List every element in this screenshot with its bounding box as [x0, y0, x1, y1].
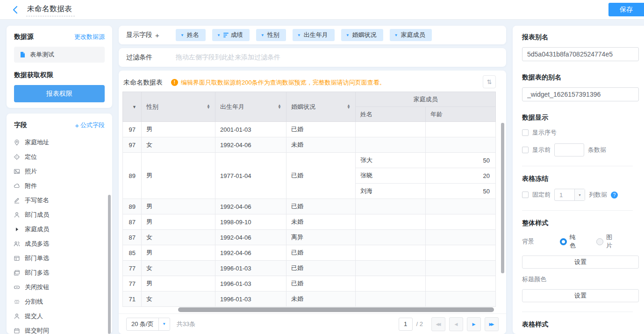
field-item-geolocation[interactable]: 定位 [7, 149, 112, 164]
divider [522, 210, 633, 211]
field-item-member-multi[interactable]: 成员多选 [7, 236, 112, 251]
table-row: 89男 1992-04-06已婚 [123, 199, 496, 214]
chip-birth[interactable]: ▼ 出生年月 [293, 29, 335, 41]
bg-solid-radio[interactable] [560, 238, 567, 245]
freeze-suffix: 列数据 [589, 191, 607, 199]
field-item-divider[interactable]: 分割线 [7, 294, 112, 309]
chip-marital[interactable]: ▼ 婚姻状况 [341, 29, 383, 41]
preview-notice: ! 编辑界面只取数据源前200条作为查询数据预览，完整数据请访问页面查看。 [171, 78, 386, 87]
chevron-down-icon[interactable]: ▼ [217, 33, 221, 37]
column-caret-icon[interactable]: ▼ [128, 105, 136, 109]
field-item-submit-time[interactable]: 提交时间 [7, 323, 112, 334]
datasource-item[interactable]: 表单测试 [14, 47, 105, 63]
table-row: 87男 1998-09-10未婚 [123, 214, 496, 230]
family-age-header: 年龄 [426, 107, 496, 122]
prev-page-button[interactable]: ◀ [449, 317, 463, 331]
freeze-title: 表格冻结 [522, 175, 633, 183]
freeze-count-select[interactable]: 1 ▼ [554, 189, 585, 201]
field-list: 家庭地址 定位 照片 附件 手写签名 [7, 135, 112, 334]
chip-family[interactable]: ▼ 家庭成员 [390, 29, 432, 41]
next-page-button[interactable]: ▶ [467, 317, 481, 331]
expander-icon [13, 226, 21, 233]
data-table: ▼ 性别 ▲▼ 出生年月 ▲▼ 婚姻状况 ▲▼ [122, 92, 496, 307]
background-setting-button[interactable]: 设置 [522, 256, 639, 269]
show-index-label: 显示序号 [532, 128, 557, 137]
report-permission-button[interactable]: 报表权限 [14, 85, 105, 102]
first-page-button[interactable]: ◀◀ [431, 317, 445, 331]
table-alias-input[interactable] [522, 87, 639, 101]
page-number-input[interactable]: 1 [399, 318, 413, 331]
filter-dropzone[interactable]: 拖动左侧字段到此处来添加过滤条件 [176, 53, 499, 62]
submit-time-icon [13, 327, 21, 334]
freeze-checkbox[interactable] [522, 192, 529, 198]
column-sorter-icon[interactable]: ▲▼ [347, 105, 351, 109]
field-item-close-button[interactable]: 关闭按钮 [7, 280, 112, 294]
close-button-icon [13, 284, 21, 291]
show-first-label: 显示前 [532, 146, 551, 154]
datasource-card: 数据源 更改数据源 表单测试 数据获取权限 报表权限 [7, 26, 112, 108]
permission-title: 数据获取权限 [14, 71, 105, 79]
change-datasource-link[interactable]: 更改数据源 [74, 33, 105, 41]
chevron-down-icon[interactable]: ▼ [346, 33, 350, 37]
table-row: 85男 1992-04-06已婚 [123, 245, 496, 261]
divider [522, 166, 633, 166]
chip-gender[interactable]: ▼ 性别 [256, 29, 286, 41]
chevron-down-icon[interactable]: ▼ [297, 33, 301, 37]
data-display-title: 数据显示 [522, 114, 633, 122]
show-first-checkbox[interactable] [522, 147, 529, 153]
last-page-button[interactable]: ▶▶ [485, 317, 499, 331]
marital-column-header: 婚姻状况 ▲▼ [286, 92, 356, 122]
photo-icon [13, 168, 21, 175]
back-icon[interactable] [9, 4, 21, 15]
family-group-header: 家庭成员 [356, 92, 496, 107]
save-button[interactable]: 保存 [608, 3, 644, 16]
chevron-down-icon: ▼ [574, 189, 585, 200]
plus-icon: + [75, 121, 79, 129]
main-content: 数据源 更改数据源 表单测试 数据获取权限 报表权限 字段 + 公式字段 [0, 20, 644, 334]
page-title[interactable]: 未命名数据表 [26, 3, 75, 16]
chevron-down-icon[interactable]: ▼ [180, 33, 184, 37]
field-item-family-member[interactable]: 家庭成员 [7, 222, 112, 236]
bg-image-radio[interactable] [596, 238, 603, 245]
table-row: 97女 1992-04-06未婚 [123, 137, 496, 153]
field-item-photo[interactable]: 照片 [7, 164, 112, 178]
page-size-select[interactable]: 20 条/页 ▼ [126, 318, 170, 331]
submitter-icon [13, 313, 21, 320]
horizontal-scrollbar[interactable] [178, 307, 494, 312]
show-index-checkbox[interactable] [522, 129, 529, 136]
chevron-down-icon[interactable]: ▼ [261, 33, 265, 37]
column-sorter-icon[interactable]: ▲▼ [278, 105, 281, 109]
field-item-submitter[interactable]: 提交人 [7, 309, 112, 323]
fields-title: 字段 [14, 121, 27, 129]
field-item-address[interactable]: 家庭地址 [7, 135, 112, 149]
background-label: 背景 [522, 237, 560, 246]
table-sort-toggle-icon[interactable]: ⇅ [483, 75, 496, 88]
add-formula-field-button[interactable]: + 公式字段 [75, 121, 105, 129]
help-icon[interactable]: ? [611, 192, 618, 199]
show-first-suffix: 条数据 [588, 146, 606, 154]
topbar: 未命名数据表 保存 [0, 0, 644, 20]
report-alias-input[interactable] [522, 47, 639, 61]
title-color-setting-button[interactable]: 设置 [522, 289, 639, 302]
field-item-signature[interactable]: 手写签名 [7, 193, 112, 207]
overall-style-title: 整体样式 [522, 219, 633, 227]
field-item-dept-multi[interactable]: 部门多选 [7, 265, 112, 280]
table-style-title: 表格样式 [522, 320, 633, 329]
table-vertical-scrollbar[interactable] [501, 123, 504, 273]
fields-scrollbar[interactable] [108, 195, 111, 334]
column-sorter-icon[interactable]: ▲▼ [207, 105, 210, 109]
field-item-dept-member[interactable]: 部门成员 [7, 207, 112, 222]
field-item-attachment[interactable]: 附件 [7, 178, 112, 193]
filter-bar: 过滤条件 拖动左侧字段到此处来添加过滤条件 [119, 48, 506, 67]
chip-name[interactable]: ▼ 姓名 [176, 29, 206, 41]
show-first-count-input[interactable] [554, 143, 584, 156]
chip-score[interactable]: ▼ 成绩 [212, 29, 250, 41]
page-total: / 2 [416, 320, 423, 327]
add-display-field-icon[interactable]: + [155, 31, 159, 39]
filter-label: 过滤条件 [126, 53, 167, 62]
chevron-down-icon[interactable]: ▼ [394, 33, 398, 37]
table-row: 71女 1996-01-03未婚 [123, 291, 496, 307]
datasource-title: 数据源 [14, 33, 34, 41]
report-alias-label: 报表别名 [522, 33, 633, 42]
field-item-dept-single[interactable]: 部门单选 [7, 251, 112, 265]
